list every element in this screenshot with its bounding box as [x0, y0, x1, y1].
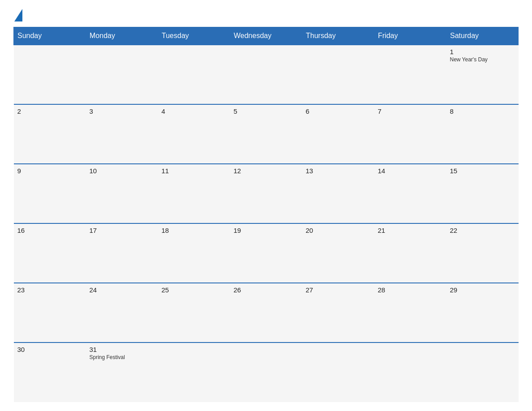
- calendar-cell: 8: [446, 104, 519, 164]
- calendar-cell: 3: [86, 104, 158, 164]
- page-header: [13, 9, 519, 22]
- calendar-cell: 25: [158, 283, 230, 342]
- calendar-cell: 28: [374, 283, 446, 342]
- calendar-cell: [158, 342, 230, 402]
- calendar-cell: 9: [14, 164, 86, 223]
- date-number: 30: [17, 346, 82, 353]
- weekday-wednesday: Wednesday: [230, 27, 302, 45]
- weekday-saturday: Saturday: [446, 27, 519, 45]
- date-number: 23: [17, 286, 82, 294]
- calendar-cell: 18: [158, 223, 230, 283]
- calendar-week-4: 16171819202122: [14, 223, 519, 283]
- calendar-week-5: 23242526272829: [14, 283, 519, 342]
- calendar-cell: 13: [302, 164, 374, 223]
- calendar-week-6: 3031Spring Festival: [14, 342, 519, 402]
- calendar-cell: 6: [302, 104, 374, 164]
- calendar-cell: 27: [302, 283, 374, 342]
- weekday-thursday: Thursday: [302, 27, 374, 45]
- date-number: 10: [90, 167, 154, 175]
- date-number: 20: [306, 227, 371, 234]
- calendar-cell: 19: [230, 223, 302, 283]
- calendar-cell: 23: [14, 283, 86, 342]
- calendar-cell: [302, 45, 374, 104]
- calendar-cell: 16: [14, 223, 86, 283]
- calendar-cell: 1New Year's Day: [446, 45, 519, 104]
- logo: [13, 9, 24, 22]
- calendar-table: SundayMondayTuesdayWednesdayThursdayFrid…: [13, 27, 519, 402]
- calendar-cell: [374, 45, 446, 104]
- calendar-cell: 12: [230, 164, 302, 223]
- date-number: 25: [162, 286, 227, 294]
- weekday-friday: Friday: [374, 27, 446, 45]
- calendar-cell: [14, 45, 86, 104]
- date-number: 4: [162, 107, 227, 115]
- calendar-cell: 15: [446, 164, 519, 223]
- calendar-cell: 24: [86, 283, 158, 342]
- calendar-cell: 14: [374, 164, 446, 223]
- calendar-week-2: 2345678: [14, 104, 519, 164]
- date-number: 8: [450, 107, 515, 115]
- date-number: 7: [378, 107, 443, 115]
- date-number: 5: [234, 107, 299, 115]
- calendar-cell: [230, 45, 302, 104]
- date-number: 18: [162, 227, 227, 234]
- calendar-cell: 26: [230, 283, 302, 342]
- weekday-sunday: Sunday: [14, 27, 86, 45]
- date-number: 21: [378, 227, 443, 234]
- calendar-cell: 20: [302, 223, 374, 283]
- weekday-tuesday: Tuesday: [158, 27, 230, 45]
- date-number: 12: [234, 167, 299, 175]
- date-number: 2: [17, 107, 82, 115]
- calendar-cell: 5: [230, 104, 302, 164]
- date-number: 19: [234, 227, 299, 234]
- date-number: 22: [450, 227, 515, 234]
- date-number: 17: [90, 227, 154, 234]
- date-number: 31: [90, 346, 154, 353]
- date-number: 15: [450, 167, 515, 175]
- calendar-cell: 31Spring Festival: [86, 342, 158, 402]
- date-number: 16: [17, 227, 82, 234]
- logo-triangle-icon: [14, 9, 22, 21]
- date-number: 29: [450, 286, 515, 294]
- weekday-header-row: SundayMondayTuesdayWednesdayThursdayFrid…: [14, 27, 519, 45]
- calendar-week-1: 1New Year's Day: [14, 45, 519, 104]
- calendar-cell: [302, 342, 374, 402]
- calendar-cell: 7: [374, 104, 446, 164]
- calendar-cell: 4: [158, 104, 230, 164]
- calendar-cell: 17: [86, 223, 158, 283]
- calendar-cell: 29: [446, 283, 519, 342]
- calendar-page: SundayMondayTuesdayWednesdayThursdayFrid…: [0, 0, 532, 411]
- event-label: Spring Festival: [90, 354, 154, 360]
- calendar-cell: [86, 45, 158, 104]
- date-number: 1: [450, 48, 515, 56]
- calendar-cell: 30: [14, 342, 86, 402]
- date-number: 11: [162, 167, 227, 175]
- calendar-cell: 10: [86, 164, 158, 223]
- date-number: 6: [306, 107, 371, 115]
- calendar-week-3: 9101112131415: [14, 164, 519, 223]
- calendar-cell: 11: [158, 164, 230, 223]
- date-number: 13: [306, 167, 371, 175]
- date-number: 24: [90, 286, 154, 294]
- event-label: New Year's Day: [450, 56, 515, 63]
- calendar-cell: [446, 342, 519, 402]
- calendar-cell: [230, 342, 302, 402]
- date-number: 28: [378, 286, 443, 294]
- calendar-cell: 2: [14, 104, 86, 164]
- date-number: 27: [306, 286, 371, 294]
- calendar-cell: [374, 342, 446, 402]
- date-number: 9: [17, 167, 82, 175]
- calendar-cell: 22: [446, 223, 519, 283]
- calendar-cell: 21: [374, 223, 446, 283]
- calendar-cell: [158, 45, 230, 104]
- date-number: 3: [90, 107, 154, 115]
- date-number: 26: [234, 286, 299, 294]
- date-number: 14: [378, 167, 443, 175]
- weekday-monday: Monday: [86, 27, 158, 45]
